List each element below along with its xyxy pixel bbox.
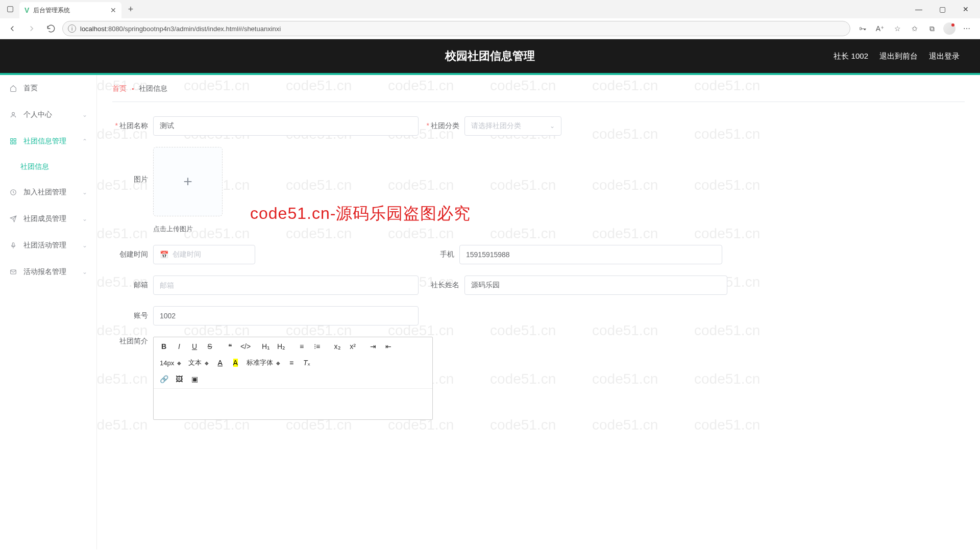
app-title: 校园社团信息管理 (445, 48, 535, 64)
leader-label: 社长姓名 (424, 281, 459, 290)
h2-button[interactable]: H₂ (274, 339, 288, 354)
h1-button[interactable]: H₁ (259, 339, 273, 354)
upload-tip: 点击上传图片 (153, 224, 223, 234)
underline-button[interactable]: U (187, 339, 202, 354)
name-input[interactable] (153, 116, 419, 136)
calendar-icon: 📅 (160, 251, 168, 259)
sidebar-item-label: 个人中心 (23, 110, 76, 119)
leader-input[interactable] (464, 276, 727, 295)
ordered-list-button[interactable]: ≡ (295, 339, 309, 354)
sidebar-item-home[interactable]: 首页 (0, 75, 96, 102)
phone-input[interactable] (459, 245, 722, 264)
password-icon[interactable]: 🗝 (856, 22, 869, 35)
new-tab-button[interactable]: + (124, 4, 138, 15)
app-header: 校园社团信息管理 社长 1002 退出到前台 退出登录 (0, 39, 980, 75)
breadcrumb-sep-icon: ▪ (132, 85, 134, 92)
window-controls: — ▢ ✕ (908, 1, 977, 17)
category-select[interactable]: 请选择社团分类 ⌄ (464, 116, 561, 136)
account-label: 账号 (112, 311, 148, 320)
video-button[interactable]: ▣ (187, 372, 202, 386)
create-time-label: 创建时间 (112, 250, 148, 259)
sidebar-sub-item-club-info[interactable]: 社团信息 (0, 155, 96, 179)
maximize-button[interactable]: ▢ (931, 1, 953, 17)
email-label: 邮箱 (112, 281, 148, 290)
email-input[interactable] (153, 276, 419, 295)
browser-tab[interactable]: V 后台管理系统 ✕ (19, 2, 121, 18)
sidebar-item-label: 社团活动管理 (23, 241, 76, 250)
subscript-button[interactable]: x₂ (330, 339, 345, 354)
collections-icon[interactable]: ⧉ (926, 22, 938, 35)
svg-rect-2 (11, 139, 13, 141)
browser-chrome: V 后台管理系统 ✕ + — ▢ ✕ i localhost:8080/spri… (0, 0, 980, 39)
favorites-bar-icon[interactable]: ✩ (909, 22, 921, 35)
more-menu-icon[interactable]: ⋯ (961, 22, 973, 35)
outdent-button[interactable]: ⇤ (381, 339, 396, 354)
chevron-down-icon: ⌄ (82, 215, 87, 222)
tab-title: 后台管理系统 (33, 6, 106, 15)
sidebar-item-club-info[interactable]: 社团信息管理 ⌃ (0, 128, 96, 155)
font-family-select[interactable]: 标准字体◆ (243, 356, 283, 370)
main-content: code51.cn-源码乐园盗图必究 首页 ▪ 社团信息 *社团名称 *社团分类… (97, 75, 980, 549)
exit-front-button[interactable]: 退出到前台 (879, 52, 918, 61)
font-size-select[interactable]: 14px◆ (157, 356, 184, 370)
phone-label: 手机 (429, 250, 454, 259)
svg-rect-5 (14, 142, 16, 144)
favicon-icon: V (24, 6, 29, 14)
sidebar-item-profile[interactable]: 个人中心 ⌄ (0, 102, 96, 128)
image-button[interactable]: 🖼 (172, 372, 186, 386)
create-time-placeholder: 创建时间 (173, 250, 201, 259)
user-label[interactable]: 社长 1002 (834, 52, 868, 61)
svg-rect-7 (12, 243, 14, 246)
site-info-icon[interactable]: i (68, 24, 76, 33)
account-input[interactable] (153, 306, 419, 325)
sidebar-item-label: 社团信息管理 (23, 137, 76, 146)
tab-close-button[interactable]: ✕ (110, 6, 116, 14)
clock-icon (9, 188, 17, 196)
quote-button[interactable]: ❝ (223, 339, 237, 354)
breadcrumb: 首页 ▪ 社团信息 (112, 84, 965, 102)
breadcrumb-current: 社团信息 (139, 84, 167, 93)
highlight-button[interactable]: A (228, 356, 242, 370)
align-button[interactable]: ≡ (284, 356, 299, 370)
chevron-down-icon: ⌄ (82, 268, 87, 276)
profile-avatar-icon[interactable] (943, 22, 955, 35)
sidebar-item-label: 加入社团管理 (23, 188, 76, 197)
editor-toolbar: B I U S ❝ </> H₁ H₂ ≡ ⁝≡ x₂ (154, 337, 432, 389)
mail-icon (9, 268, 17, 276)
chevron-down-icon: ⌄ (82, 242, 87, 249)
bold-button[interactable]: B (157, 339, 171, 354)
intro-label: 社团简介 (112, 337, 148, 346)
chevron-down-icon: ⌄ (82, 189, 87, 196)
reload-button[interactable] (43, 20, 59, 37)
text-color-button[interactable]: A (213, 356, 227, 370)
svg-rect-0 (8, 7, 13, 12)
link-button[interactable]: 🔗 (157, 372, 171, 386)
editor-body[interactable] (154, 389, 432, 419)
read-aloud-icon[interactable]: A⁺ (874, 22, 886, 35)
tab-list-button[interactable] (3, 2, 17, 16)
code-button[interactable]: </> (238, 339, 253, 354)
breadcrumb-home[interactable]: 首页 (112, 84, 127, 93)
favorite-icon[interactable]: ☆ (891, 22, 903, 35)
back-button[interactable] (4, 20, 20, 37)
clear-format-button[interactable]: Tₓ (300, 356, 314, 370)
forward-button[interactable] (23, 20, 40, 37)
sidebar-item-registration[interactable]: 活动报名管理 ⌄ (0, 259, 96, 285)
text-style-select[interactable]: 文本◆ (185, 356, 212, 370)
sidebar-item-members[interactable]: 社团成员管理 ⌄ (0, 206, 96, 232)
svg-rect-4 (11, 142, 13, 144)
logout-button[interactable]: 退出登录 (929, 52, 960, 61)
sidebar-item-join-club[interactable]: 加入社团管理 ⌄ (0, 179, 96, 206)
bullet-list-button[interactable]: ⁝≡ (310, 339, 324, 354)
italic-button[interactable]: I (172, 339, 186, 354)
sidebar-item-activities[interactable]: 社团活动管理 ⌄ (0, 232, 96, 259)
minimize-button[interactable]: — (908, 1, 930, 17)
strike-button[interactable]: S (203, 339, 217, 354)
indent-button[interactable]: ⇥ (366, 339, 380, 354)
upload-button[interactable]: + (153, 147, 223, 216)
tab-bar: V 后台管理系统 ✕ + — ▢ ✕ (0, 0, 980, 18)
create-time-input[interactable]: 📅 创建时间 (153, 245, 255, 264)
superscript-button[interactable]: x² (346, 339, 360, 354)
url-input[interactable]: i localhost:8080/springbootnp4n3/admin/d… (62, 21, 850, 36)
close-window-button[interactable]: ✕ (954, 1, 977, 17)
